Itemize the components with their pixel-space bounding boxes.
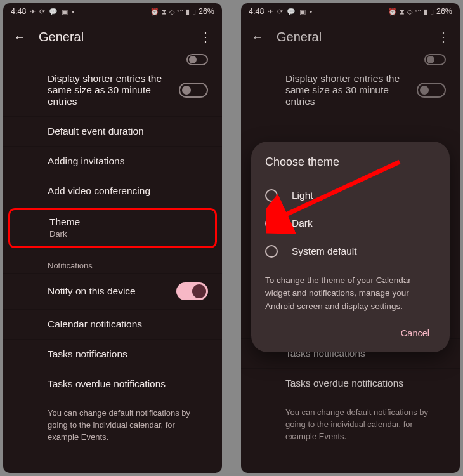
bluetooth-icon: ⧗ [400,8,405,15]
radio-label-light: Light [292,190,313,201]
row-tasks-notifs[interactable]: Tasks notifications [3,339,222,369]
notifications-section-label: Notifications [3,251,222,273]
phone-right: 4:48 ✈ ⟳ 💬 ▣ • ⏰ ⧗ ◇ ᵛᵒ ▮ ▯ 26% ← Genera… [241,3,460,473]
dot-icon: • [72,8,74,15]
shorter-entries-label: Display shorter entries the same size as… [48,73,174,107]
default-duration-label: Default event duration [48,126,208,137]
volte-icon: ᵛᵒ [177,8,183,15]
row-shorter-entries: Display shorter entries the same size as… [241,54,460,116]
footer-note: You can change default notifications by … [241,398,460,443]
row-video-conferencing[interactable]: Add video conferencing [3,176,222,206]
battery-percent: 26% [199,7,214,16]
row-tasks-overdue: Tasks overdue notifications [241,368,460,398]
row-adding-invitations[interactable]: Adding invitations [3,146,222,176]
screen-display-settings-link[interactable]: screen and display settings [297,301,400,311]
wifi-icon: ◇ [407,8,412,15]
dialog-title: Choose theme [265,155,436,169]
chat-icon: 💬 [49,8,58,15]
signal-icon: ▮ [186,8,190,15]
radio-label-dark: Dark [292,218,313,229]
more-icon[interactable]: ⋮ [195,27,216,47]
battery-icon: ▯ [192,8,196,15]
row-calendar-notifs[interactable]: Calendar notifications [3,309,222,339]
page-title: General [277,30,433,44]
more-icon[interactable]: ⋮ [433,27,453,47]
battery-percent: 26% [436,7,452,16]
telegram-icon: ✈ [30,8,36,15]
shorter-entries-toggle[interactable] [179,83,208,98]
play-icon: ▣ [299,8,306,15]
calendar-notifs-label: Calendar notifications [48,319,208,330]
back-icon[interactable]: ← [247,27,268,47]
radio-row-dark[interactable]: Dark [265,209,436,237]
dialog-note-suffix: . [400,301,403,311]
radio-system[interactable] [265,245,278,258]
sync-icon: ⟳ [39,8,45,15]
telegram-icon: ✈ [268,8,273,15]
battery-icon: ▯ [430,8,434,15]
dialog-note: To change the theme of your Calendar wid… [265,274,436,313]
status-bar: 4:48 ✈ ⟳ 💬 ▣ • ⏰ ⧗ ◇ ᵛᵒ ▮ ▯ 26% [241,3,460,20]
radio-dark[interactable] [265,217,278,230]
status-bar: 4:48 ✈ ⟳ 💬 ▣ • ⏰ ⧗ ◇ ᵛᵒ ▮ ▯ 26% [3,3,222,20]
chat-icon: 💬 [287,8,296,15]
title-bar: ← General ⋮ [3,20,222,54]
signal-icon: ▮ [424,8,427,15]
dot-icon: • [310,8,312,15]
radio-label-system: System default [292,246,357,257]
page-title: General [39,30,195,44]
row-tasks-overdue[interactable]: Tasks overdue notifications [3,369,222,399]
play-icon: ▣ [62,8,68,15]
sync-icon: ⟳ [277,8,283,15]
radio-row-system[interactable]: System default [265,237,436,265]
alarm-icon: ⏰ [388,8,397,15]
back-icon[interactable]: ← [10,27,30,47]
tasks-overdue-label: Tasks overdue notifications [285,378,446,389]
row-notify-device[interactable]: Notify on this device [3,273,222,309]
shorter-entries-label: Display shorter entries the same size as… [285,73,412,107]
wifi-icon: ◇ [169,8,174,15]
tasks-notifs-label: Tasks notifications [48,348,208,360]
volte-icon: ᵛᵒ [415,8,421,15]
row-theme-highlighted[interactable]: Theme Dark [8,208,217,248]
status-time: 4:48 [11,7,26,16]
row-default-duration[interactable]: Default event duration [3,116,222,146]
theme-label: Theme [49,216,206,228]
shorter-entries-toggle [417,83,446,98]
notify-device-toggle[interactable] [176,282,208,300]
status-time: 4:48 [249,7,264,16]
cancel-button[interactable]: Cancel [395,323,436,343]
notify-device-label: Notify on this device [48,286,136,297]
tasks-overdue-label: Tasks overdue notifications [48,378,208,390]
title-bar: ← General ⋮ [241,20,460,54]
phone-left: 4:48 ✈ ⟳ 💬 ▣ • ⏰ ⧗ ◇ ᵛᵒ ▮ ▯ 26% ← Genera… [3,3,222,473]
theme-value: Dark [49,229,206,239]
partial-toggle-off[interactable] [186,54,208,65]
radio-row-light[interactable]: Light [265,182,436,209]
adding-invitations-label: Adding invitations [48,155,208,167]
video-conferencing-label: Add video conferencing [48,185,208,197]
alarm-icon: ⏰ [150,8,159,15]
bluetooth-icon: ⧗ [162,8,167,15]
radio-light[interactable] [265,189,278,202]
footer-note: You can change default notifications by … [3,399,222,444]
theme-dialog: Choose theme Light Dark System default T… [251,142,450,352]
